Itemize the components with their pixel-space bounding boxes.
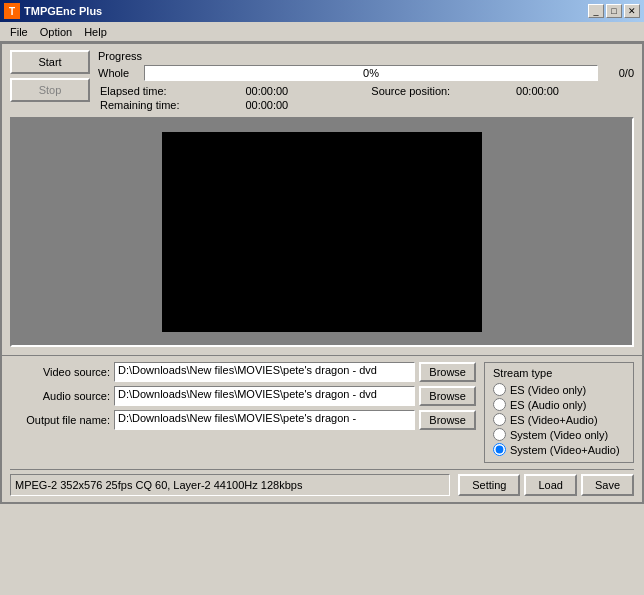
setting-button[interactable]: Setting [458, 474, 520, 496]
menu-bar: File Option Help [0, 22, 644, 42]
title-bar: T TMPGEnc Plus _ □ ✕ [0, 0, 644, 22]
elapsed-value: 00:00:00 [245, 85, 363, 97]
lower-area: Video source: D:\Downloads\New files\MOV… [10, 362, 634, 463]
progress-bar: 0% [144, 65, 598, 81]
preview-area [10, 117, 634, 347]
stream-type-title: Stream type [493, 367, 625, 379]
remaining-value: 00:00:00 [245, 99, 363, 111]
video-source-label: Video source: [10, 366, 110, 378]
time-info: Elapsed time: 00:00:00 Source position: … [98, 85, 634, 111]
preview-video [162, 132, 482, 332]
audio-source-label: Audio source: [10, 390, 110, 402]
title-buttons: _ □ ✕ [588, 4, 640, 18]
maximize-button[interactable]: □ [606, 4, 622, 18]
stream-es-both-label[interactable]: ES (Video+Audio) [510, 414, 598, 426]
audio-browse-button[interactable]: Browse [419, 386, 476, 406]
status-bar: MPEG-2 352x576 25fps CQ 60, Layer-2 4410… [10, 469, 634, 496]
output-file-input[interactable]: D:\Downloads\New files\MOVIES\pete's dra… [114, 410, 415, 430]
action-buttons: Setting Load Save [458, 474, 634, 496]
app-icon: T [4, 3, 20, 19]
minimize-button[interactable]: _ [588, 4, 604, 18]
menu-help[interactable]: Help [78, 24, 113, 40]
progress-title: Progress [98, 50, 634, 62]
remaining-label: Remaining time: [100, 99, 237, 111]
source-position-value: 00:00:00 [516, 85, 634, 97]
stream-es-video-label[interactable]: ES (Video only) [510, 384, 586, 396]
main-window: Start Stop Progress Whole 0% 0/0 Elapsed… [0, 42, 644, 504]
stream-sys-video-radio[interactable] [493, 428, 506, 441]
video-browse-button[interactable]: Browse [419, 362, 476, 382]
stream-es-audio-radio[interactable] [493, 398, 506, 411]
stream-sys-both-label[interactable]: System (Video+Audio) [510, 444, 620, 456]
output-file-row: Output file name: D:\Downloads\New files… [10, 410, 476, 430]
video-source-row: Video source: D:\Downloads\New files\MOV… [10, 362, 476, 382]
stream-es-both-radio[interactable] [493, 413, 506, 426]
source-position-label: Source position: [371, 85, 508, 97]
top-section: Start Stop Progress Whole 0% 0/0 Elapsed… [2, 44, 642, 117]
audio-source-input[interactable]: D:\Downloads\New files\MOVIES\pete's dra… [114, 386, 415, 406]
stream-es-video-radio[interactable] [493, 383, 506, 396]
stream-es-audio-row: ES (Audio only) [493, 398, 625, 411]
stream-es-both-row: ES (Video+Audio) [493, 413, 625, 426]
stream-es-video-row: ES (Video only) [493, 383, 625, 396]
load-button[interactable]: Load [524, 474, 576, 496]
progress-section: Progress Whole 0% 0/0 Elapsed time: 00:0… [98, 50, 634, 111]
progress-count: 0/0 [604, 67, 634, 79]
stream-sys-both-radio[interactable] [493, 443, 506, 456]
save-button[interactable]: Save [581, 474, 634, 496]
start-stop-group: Start Stop [10, 50, 90, 102]
progress-whole-label: Whole [98, 67, 138, 79]
audio-source-row: Audio source: D:\Downloads\New files\MOV… [10, 386, 476, 406]
start-button[interactable]: Start [10, 50, 90, 74]
stop-button[interactable]: Stop [10, 78, 90, 102]
progress-whole-row: Whole 0% 0/0 [98, 65, 634, 81]
output-file-label: Output file name: [10, 414, 110, 426]
stream-sys-video-label[interactable]: System (Video only) [510, 429, 608, 441]
file-area: Video source: D:\Downloads\New files\MOV… [10, 362, 476, 463]
stream-es-audio-label[interactable]: ES (Audio only) [510, 399, 586, 411]
video-source-input[interactable]: D:\Downloads\New files\MOVIES\pete's dra… [114, 362, 415, 382]
output-browse-button[interactable]: Browse [419, 410, 476, 430]
menu-file[interactable]: File [4, 24, 34, 40]
elapsed-label: Elapsed time: [100, 85, 237, 97]
app-title: TMPGEnc Plus [24, 5, 102, 17]
menu-option[interactable]: Option [34, 24, 78, 40]
status-text: MPEG-2 352x576 25fps CQ 60, Layer-2 4410… [10, 474, 450, 496]
stream-sys-both-row: System (Video+Audio) [493, 443, 625, 456]
bottom-section: Video source: D:\Downloads\New files\MOV… [2, 355, 642, 502]
progress-percent: 0% [363, 67, 379, 79]
stream-type-box: Stream type ES (Video only) ES (Audio on… [484, 362, 634, 463]
close-button[interactable]: ✕ [624, 4, 640, 18]
stream-sys-video-row: System (Video only) [493, 428, 625, 441]
